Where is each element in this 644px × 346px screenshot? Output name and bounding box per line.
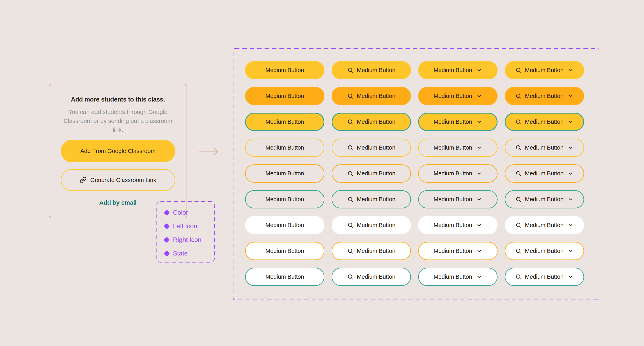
medium-button-white-orange-outline-text-only[interactable]: Medium Button <box>245 242 324 260</box>
medium-button-white-teal-outline-text-only[interactable]: Medium Button <box>245 268 324 286</box>
chevron-down-icon <box>568 93 574 99</box>
medium-button-orange-filled-text-only[interactable]: Medium Button <box>245 87 324 105</box>
medium-button-white-orange-outline-left-icon[interactable]: Medium Button <box>332 242 411 260</box>
legend-item-label: Color <box>173 209 188 216</box>
add-from-google-classroom-button[interactable]: Add From Google Classroom <box>61 140 175 162</box>
medium-button-yellow-filled-teal-border-right-icon[interactable]: Medium Button <box>418 113 498 131</box>
chevron-down-icon <box>476 196 482 202</box>
medium-button-white-filled-text-only[interactable]: Medium Button <box>245 216 324 234</box>
button-grid: Medium Button Medium Button Medium Butto… <box>245 61 584 286</box>
legend-item-state: State <box>164 249 202 258</box>
medium-button-white-orange-outline-left-and-right-icon[interactable]: Medium Button <box>505 242 584 260</box>
medium-button-orange-filled-left-icon[interactable]: Medium Button <box>332 87 411 105</box>
medium-button-teal-outline-left-icon[interactable]: Medium Button <box>332 190 411 208</box>
medium-button-white-filled-right-icon[interactable]: Medium Button <box>418 216 498 234</box>
medium-button-yellow-filled-right-icon[interactable]: Medium Button <box>418 61 498 79</box>
search-icon <box>347 145 354 151</box>
button-label: Medium Button <box>434 170 472 177</box>
medium-button-yellow-filled-teal-border-text-only[interactable]: Medium Button <box>245 113 324 131</box>
chevron-down-icon <box>568 119 574 125</box>
medium-button-white-filled-left-icon[interactable]: Medium Button <box>332 216 411 234</box>
add-by-email-link[interactable]: Add by email <box>99 199 137 206</box>
medium-button-white-teal-outline-right-icon[interactable]: Medium Button <box>418 268 498 286</box>
chevron-down-icon <box>476 274 482 280</box>
medium-button-yellow-filled-left-icon[interactable]: Medium Button <box>332 61 411 79</box>
legend-item-left-icon: Left Icon <box>164 221 202 231</box>
button-label: Medium Button <box>357 144 395 151</box>
medium-button-yellow-filled-left-and-right-icon[interactable]: Medium Button <box>505 61 584 79</box>
medium-button-white-filled-left-and-right-icon[interactable]: Medium Button <box>505 216 584 234</box>
button-label: Medium Button <box>434 93 472 99</box>
button-label: Medium Button <box>357 118 395 125</box>
button-label: Medium Button <box>266 222 304 229</box>
diamond-icon <box>164 223 170 229</box>
medium-button-teal-outline-right-icon[interactable]: Medium Button <box>418 190 498 208</box>
button-label: Medium Button <box>434 196 472 203</box>
button-label: Medium Button <box>266 67 304 73</box>
medium-button-teal-outline-text-only[interactable]: Medium Button <box>245 190 324 208</box>
chevron-down-icon <box>476 248 482 254</box>
button-label: Medium Button <box>357 222 395 229</box>
button-label: Medium Button <box>266 144 304 151</box>
search-icon <box>347 93 354 99</box>
medium-button-orange-outline-left-icon[interactable]: Medium Button <box>332 164 411 183</box>
medium-button-white-orange-outline-right-icon[interactable]: Medium Button <box>418 242 498 260</box>
link-icon <box>80 177 86 183</box>
button-label: Medium Button <box>525 274 564 280</box>
chevron-down-icon <box>476 93 482 99</box>
chevron-down-icon <box>476 67 482 73</box>
button-label: Medium Button <box>434 222 472 229</box>
button-label: Medium Button <box>525 67 564 73</box>
medium-button-yellow-filled-text-only[interactable]: Medium Button <box>245 61 324 79</box>
button-label: Medium Button <box>266 196 304 203</box>
medium-button-white-teal-outline-left-and-right-icon[interactable]: Medium Button <box>505 268 584 286</box>
medium-button-yellow-outline-left-icon[interactable]: Medium Button <box>332 139 411 157</box>
medium-button-orange-outline-left-and-right-icon[interactable]: Medium Button <box>505 164 584 183</box>
search-icon <box>515 93 522 99</box>
medium-button-yellow-outline-text-only[interactable]: Medium Button <box>245 139 324 157</box>
component-frame: Medium Button Medium Button Medium Butto… <box>233 48 599 300</box>
button-label: Medium Button <box>357 248 395 254</box>
button-label: Medium Button <box>266 118 304 125</box>
medium-button-orange-filled-left-and-right-icon[interactable]: Medium Button <box>505 87 584 105</box>
chevron-down-icon <box>568 67 574 73</box>
search-icon <box>347 274 354 280</box>
search-icon <box>347 248 354 254</box>
button-label: Medium Button <box>357 274 395 280</box>
button-label: Medium Button <box>266 248 304 254</box>
search-icon <box>515 119 522 125</box>
chevron-down-icon <box>568 196 574 202</box>
medium-button-teal-outline-left-and-right-icon[interactable]: Medium Button <box>505 190 584 208</box>
button-label: Medium Button <box>525 196 564 203</box>
button-label: Medium Button <box>525 170 564 177</box>
medium-button-orange-filled-right-icon[interactable]: Medium Button <box>418 87 498 105</box>
medium-button-yellow-outline-left-and-right-icon[interactable]: Medium Button <box>505 139 584 157</box>
button-label: Medium Button <box>434 67 472 73</box>
search-icon <box>515 274 522 280</box>
medium-button-yellow-filled-teal-border-left-icon[interactable]: Medium Button <box>332 113 411 131</box>
button-label: Medium Button <box>525 248 564 254</box>
generate-classroom-link-button[interactable]: Generate Classroom Link <box>61 169 175 191</box>
medium-button-yellow-outline-right-icon[interactable]: Medium Button <box>418 139 498 157</box>
search-icon <box>347 222 354 228</box>
search-icon <box>347 170 354 177</box>
card-title: Add more students to this class. <box>71 96 165 103</box>
chevron-down-icon <box>568 171 574 176</box>
medium-button-orange-outline-text-only[interactable]: Medium Button <box>245 164 324 183</box>
search-icon <box>515 170 522 177</box>
button-label: Medium Button <box>266 274 304 280</box>
medium-button-orange-outline-right-icon[interactable]: Medium Button <box>418 164 498 183</box>
diamond-icon <box>164 250 170 257</box>
legend-item-right-icon: Right Icon <box>164 235 202 245</box>
medium-button-yellow-filled-teal-border-left-and-right-icon[interactable]: Medium Button <box>505 113 584 131</box>
chevron-down-icon <box>568 222 574 228</box>
chevron-down-icon <box>476 171 482 176</box>
medium-button-white-teal-outline-left-icon[interactable]: Medium Button <box>332 268 411 286</box>
button-label: Medium Button <box>434 248 472 254</box>
secondary-button-label: Generate Classroom Link <box>90 177 156 183</box>
button-label: Medium Button <box>357 196 395 203</box>
button-label: Medium Button <box>525 118 564 125</box>
arrow-right-icon <box>199 147 220 155</box>
primary-button-label: Add From Google Classroom <box>80 148 156 154</box>
button-label: Medium Button <box>434 144 472 151</box>
